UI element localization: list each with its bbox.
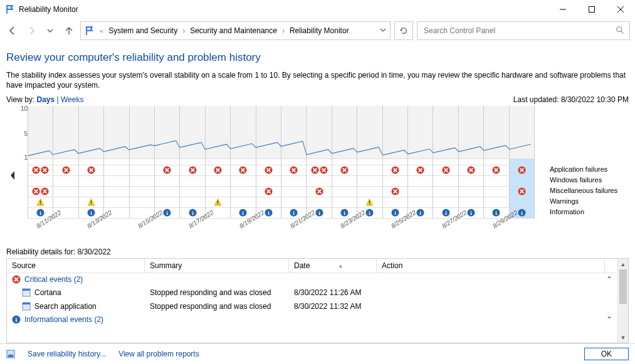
chart-day-column[interactable]: i bbox=[307, 106, 332, 219]
ok-button[interactable]: OK bbox=[584, 348, 629, 360]
col-source[interactable]: Source bbox=[7, 259, 145, 273]
app-failure-icon bbox=[510, 165, 534, 175]
chart-day-column[interactable]: i bbox=[332, 106, 357, 219]
app-failure-icon bbox=[332, 165, 357, 175]
up-button[interactable] bbox=[61, 23, 76, 38]
last-updated-value: 8/30/2022 10:30 PM bbox=[561, 95, 629, 104]
info-icon: i bbox=[12, 315, 21, 324]
refresh-button[interactable] bbox=[394, 21, 413, 40]
search-box[interactable] bbox=[417, 21, 630, 40]
svg-text:i: i bbox=[268, 210, 270, 216]
chart-grid[interactable]: iiiiiiiiiiiiiiii 8/11/20228/13/20228/15/… bbox=[28, 106, 535, 245]
chart-day-column[interactable]: i bbox=[28, 106, 53, 219]
chart-day-column[interactable]: i bbox=[484, 106, 509, 219]
chart-row-legend: Application failures Windows failures Mi… bbox=[547, 106, 629, 219]
app-failure-icon bbox=[231, 165, 255, 175]
group-informational-events[interactable]: i Informational events (2) ⌃ bbox=[7, 313, 617, 326]
chart-day-column[interactable] bbox=[53, 106, 78, 219]
svg-rect-30 bbox=[91, 200, 92, 203]
chart-day-column[interactable]: i bbox=[231, 106, 256, 219]
chart-day-column[interactable]: i bbox=[357, 106, 382, 219]
app-failure-icon bbox=[79, 165, 103, 175]
details-scrollbar[interactable]: ▲ ▼ bbox=[617, 259, 628, 343]
table-row[interactable]: Cortana Stopped responding and was close… bbox=[7, 286, 617, 299]
address-dropdown-icon[interactable] bbox=[380, 26, 386, 35]
recent-dropdown[interactable] bbox=[43, 23, 58, 38]
svg-rect-31 bbox=[91, 204, 92, 204]
chart-day-column[interactable]: i bbox=[510, 106, 535, 219]
chart-day-column[interactable]: i bbox=[79, 106, 104, 219]
viewby-days-link[interactable]: Days bbox=[36, 95, 55, 104]
breadcrumb-item-1[interactable]: System and Security bbox=[108, 26, 177, 35]
scroll-thumb[interactable] bbox=[619, 269, 627, 304]
col-date[interactable]: Date▴ bbox=[289, 259, 377, 273]
save-history-link[interactable]: Save reliability history... bbox=[28, 350, 106, 358]
breadcrumb-item-2[interactable]: Security and Maintenance bbox=[190, 26, 277, 35]
app-failure-icon bbox=[28, 165, 53, 175]
col-summary[interactable]: Summary bbox=[145, 259, 289, 273]
chevron-right-icon: › bbox=[282, 26, 285, 35]
svg-text:i: i bbox=[90, 210, 92, 216]
chart-day-column[interactable]: i bbox=[180, 106, 205, 219]
chart-day-column[interactable]: i bbox=[281, 106, 307, 219]
chart-scroll-left[interactable] bbox=[6, 170, 19, 180]
chart-day-column[interactable] bbox=[130, 106, 155, 219]
legend-misc-failures: Miscellaneous failures bbox=[550, 187, 617, 194]
close-button[interactable] bbox=[606, 0, 635, 19]
row-source: Search application bbox=[34, 302, 97, 311]
legend-information: Information bbox=[550, 208, 584, 216]
misc-failure-icon bbox=[510, 186, 534, 196]
back-button[interactable] bbox=[5, 23, 20, 38]
group-critical-events[interactable]: Critical events (2) ⌃ bbox=[7, 273, 617, 286]
search-icon[interactable] bbox=[616, 26, 624, 36]
svg-rect-19 bbox=[40, 200, 41, 203]
chart-day-column[interactable] bbox=[104, 106, 129, 219]
scroll-up-button[interactable]: ▲ bbox=[618, 259, 628, 269]
app-failure-icon bbox=[484, 165, 508, 175]
collapse-icon: ⌃ bbox=[606, 315, 612, 324]
misc-failure-icon bbox=[256, 186, 281, 196]
row-date: 8/30/2022 11:26 AM bbox=[289, 287, 377, 298]
forward-button[interactable] bbox=[24, 23, 39, 38]
chart-day-column[interactable]: i bbox=[256, 106, 281, 219]
viewby-weeks-link[interactable]: Weeks bbox=[61, 95, 83, 104]
maximize-button[interactable] bbox=[577, 0, 606, 19]
table-row[interactable]: Search application Stopped responding an… bbox=[7, 299, 617, 313]
svg-rect-48 bbox=[218, 200, 218, 203]
collapse-icon: ⌃ bbox=[606, 275, 612, 284]
search-input[interactable] bbox=[422, 26, 616, 36]
misc-failure-icon bbox=[28, 186, 53, 196]
svg-rect-131 bbox=[23, 303, 30, 304]
chart-day-column[interactable]: i bbox=[459, 106, 484, 219]
chart-day-column[interactable]: i bbox=[155, 106, 180, 219]
app-icon bbox=[22, 302, 31, 311]
svg-text:i: i bbox=[496, 210, 498, 216]
warning-icon bbox=[206, 197, 230, 207]
app-failure-icon bbox=[408, 165, 433, 175]
breadcrumb-ellipsis[interactable]: « bbox=[100, 27, 103, 34]
breadcrumb-item-3[interactable]: Reliability Monitor bbox=[290, 26, 349, 35]
svg-rect-135 bbox=[8, 355, 13, 357]
chart-day-column[interactable]: i bbox=[433, 106, 458, 219]
legend-app-failures: Application failures bbox=[550, 165, 607, 173]
details-title: Reliability details for: 8/30/2022 bbox=[6, 247, 629, 256]
address-bar[interactable]: « System and Security › Security and Mai… bbox=[80, 21, 391, 40]
scroll-down-button[interactable]: ▼ bbox=[618, 332, 628, 343]
col-action[interactable]: Action bbox=[377, 259, 605, 273]
chart-day-column[interactable] bbox=[206, 106, 231, 219]
minimize-button[interactable] bbox=[548, 0, 577, 19]
chevron-right-icon: › bbox=[182, 26, 185, 35]
chart-day-column[interactable]: i bbox=[383, 106, 408, 219]
svg-text:i: i bbox=[243, 210, 244, 216]
chart-day-column[interactable]: i bbox=[408, 106, 433, 219]
refresh-icon bbox=[399, 26, 408, 35]
svg-text:i: i bbox=[470, 210, 472, 216]
view-all-reports-link[interactable]: View all problem reports bbox=[118, 350, 199, 358]
last-updated-label: Last updated: bbox=[513, 95, 559, 104]
window-title: Reliability Monitor bbox=[19, 5, 78, 14]
page-description: The stability index assesses your system… bbox=[6, 70, 629, 90]
content-area: Review your computer's reliability and p… bbox=[0, 45, 635, 343]
row-summary: Stopped responding and was closed bbox=[145, 301, 289, 312]
app-failure-icon bbox=[53, 165, 78, 175]
viewby-label: View by: bbox=[6, 95, 34, 104]
